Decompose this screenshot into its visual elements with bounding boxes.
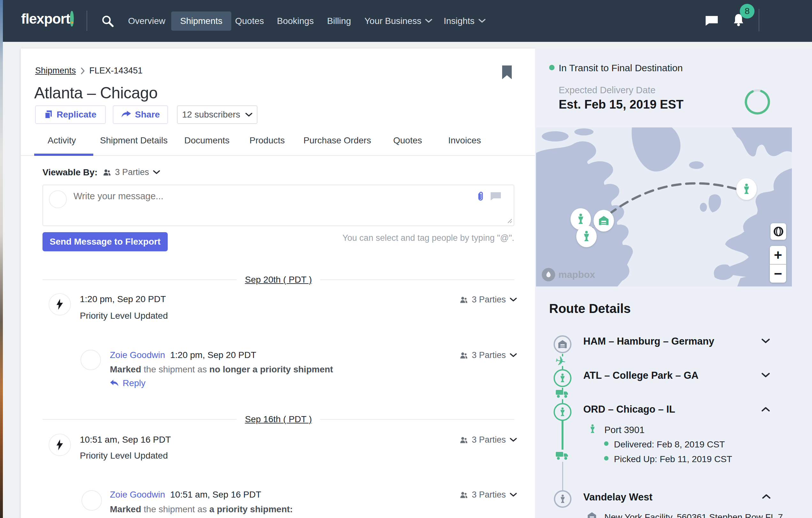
people-icon — [460, 491, 468, 499]
status-badge: In Transit to Final Destination — [559, 63, 683, 74]
nav-item-bookings[interactable]: Bookings — [277, 0, 314, 42]
warehouse-icon — [587, 512, 597, 518]
chevron-down-icon[interactable] — [761, 373, 770, 378]
divider-line — [42, 419, 237, 420]
airport-icon — [575, 213, 586, 225]
warehouse-icon — [558, 340, 567, 349]
status-event-dot — [604, 456, 609, 461]
flexport-logo[interactable]: flexport. — [21, 11, 74, 27]
divider-line — [320, 280, 514, 280]
chevron-up-icon[interactable] — [761, 407, 770, 412]
tab-shipment-details[interactable]: Shipment Details — [100, 136, 168, 155]
route-stop-ham[interactable]: HAM – Hamburg – Germany — [583, 336, 714, 347]
tab-products[interactable]: Products — [250, 136, 285, 155]
delivery-date-value: Est. Feb 15, 2019 EST — [559, 98, 684, 111]
mapbox-attribution[interactable]: mapbox — [542, 268, 595, 281]
tab-quotes[interactable]: Quotes — [393, 136, 422, 155]
airport-icon — [581, 231, 592, 242]
timeline-connector-active — [561, 420, 563, 450]
route-map[interactable]: + − mapbox — [536, 127, 792, 286]
nav-item-quotes[interactable]: Quotes — [235, 0, 264, 42]
navbar-divider — [759, 9, 759, 31]
share-button[interactable]: Share — [113, 106, 168, 124]
delivery-date-label: Expected Delivery Date — [559, 85, 656, 95]
replicate-button[interactable]: Replicate — [35, 106, 106, 124]
viewable-by-dropdown[interactable]: 3 Parties — [103, 167, 160, 177]
resize-handle[interactable] — [506, 218, 512, 224]
tab-documents[interactable]: Documents — [184, 136, 230, 155]
tab-activity[interactable]: Activity — [48, 136, 76, 155]
reply-arrow-icon — [110, 379, 119, 387]
paperclip-icon[interactable] — [476, 191, 484, 202]
comment-author-link[interactable]: Zoie Goodwin — [110, 350, 165, 360]
route-stop-vandelay[interactable]: Vandelay West — [583, 491, 652, 503]
nav-item-your-business[interactable]: Your Business — [365, 0, 432, 42]
message-input[interactable] — [73, 190, 467, 222]
event-parties-dropdown[interactable]: 3 Parties — [460, 350, 517, 360]
tab-purchase-orders[interactable]: Purchase Orders — [303, 136, 371, 155]
date-divider-label[interactable]: Sep 20th ( PDT ) — [245, 275, 312, 285]
airport-icon — [558, 494, 567, 503]
tab-invoices[interactable]: Invoices — [448, 136, 481, 155]
lightning-bolt-icon — [56, 439, 64, 451]
stop-icon-ham — [554, 335, 572, 353]
date-divider-label[interactable]: Sep 16th ( PDT ) — [245, 414, 312, 425]
stop-status-event: Picked Up: Feb 11, 2019 CST — [614, 454, 732, 464]
people-icon — [103, 169, 111, 176]
map-marker-warehouse[interactable] — [593, 210, 614, 232]
chevron-down-icon[interactable] — [761, 339, 770, 344]
chevron-up-icon[interactable] — [762, 494, 771, 499]
comment-avatar — [81, 350, 101, 370]
flag-message-icon[interactable] — [490, 192, 501, 201]
comment-author-link[interactable]: Zoie Goodwin — [110, 490, 165, 500]
route-arc — [609, 183, 742, 214]
timeline-connector — [562, 366, 563, 369]
system-event-icon — [49, 293, 71, 316]
reply-button[interactable]: Reply — [110, 378, 146, 388]
event-parties-dropdown[interactable]: 3 Parties — [460, 435, 517, 445]
breadcrumb-shipments-link[interactable]: Shipments — [35, 66, 76, 76]
page-title: Atlanta – Chicago — [34, 84, 157, 102]
map-globe-button[interactable] — [771, 223, 786, 240]
chevron-down-icon — [510, 353, 517, 357]
map-zoom-out-button[interactable]: − — [770, 264, 786, 283]
search-icon[interactable] — [101, 15, 114, 27]
map-zoom-in-button[interactable]: + — [770, 246, 786, 264]
composer-avatar — [49, 190, 67, 208]
top-navbar: flexport. Overview Shipments Quotes Book… — [3, 0, 812, 42]
event-parties-dropdown[interactable]: 3 Parties — [460, 295, 517, 305]
map-marker-airport[interactable] — [576, 226, 597, 247]
event-parties-dropdown[interactable]: 3 Parties — [460, 490, 517, 500]
system-event-icon — [49, 434, 71, 456]
route-stop-ord[interactable]: ORD – Chicago – IL — [583, 404, 675, 415]
map-landmasses — [536, 127, 792, 286]
comment-header: Zoie Goodwin 10:51 am, Sep 16 PDT — [110, 490, 261, 500]
notification-badge[interactable]: 8 — [740, 4, 754, 19]
comment-avatar — [82, 490, 102, 511]
chevron-down-icon — [510, 298, 517, 302]
route-stop-atl[interactable]: ATL – College Park – GA — [583, 370, 699, 381]
map-marker-airport-hamburg[interactable] — [736, 178, 757, 200]
chevron-down-icon — [478, 19, 486, 23]
nav-item-shipments[interactable]: Shipments — [171, 11, 231, 31]
nav-item-insights[interactable]: Insights — [444, 0, 486, 42]
bookmark-icon[interactable] — [501, 65, 512, 80]
comment-header: Zoie Goodwin 1:20 pm, Sep 20 PDT — [110, 350, 256, 360]
airport-icon — [588, 424, 597, 434]
stop-icon-atl — [554, 369, 572, 387]
breadcrumb-current: FLEX-143451 — [89, 66, 143, 76]
share-arrow-icon — [121, 111, 131, 119]
date-divider: Sep 16th ( PDT ) — [42, 414, 514, 425]
truck-icon — [555, 389, 569, 399]
copy-icon — [45, 110, 53, 119]
chevron-down-icon — [153, 170, 160, 174]
comment-body: Marked the shipment as no longer a prior… — [110, 365, 333, 375]
nav-item-billing[interactable]: Billing — [327, 0, 351, 42]
stop-facility: Port 3901 — [604, 425, 645, 435]
stop-address: New York Facility, 560361 Stephen Row FL… — [604, 512, 785, 518]
people-icon — [460, 352, 468, 359]
send-message-button[interactable]: Send Message to Flexport — [42, 232, 168, 251]
nav-item-overview[interactable]: Overview — [128, 0, 166, 42]
subscribers-dropdown[interactable]: 12 subscribers — [177, 106, 258, 124]
chat-icon[interactable] — [705, 15, 718, 26]
